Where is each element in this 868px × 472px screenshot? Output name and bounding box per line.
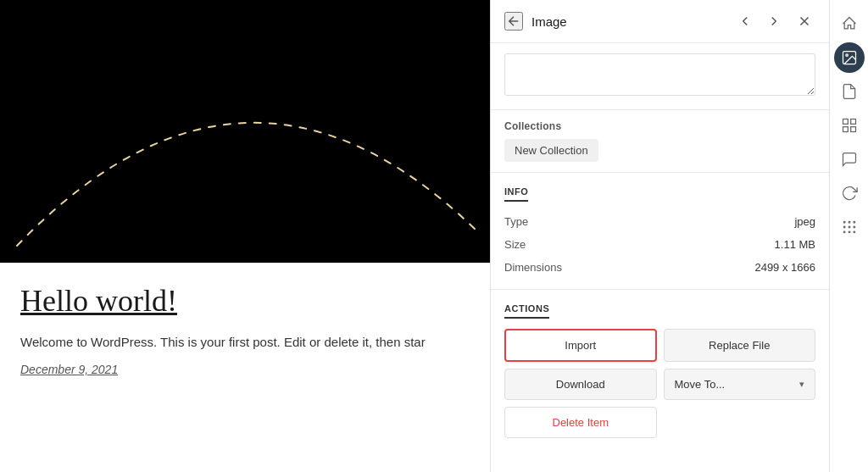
- actions-title: ACTIONS: [504, 303, 549, 319]
- size-value: 1.11 MB: [775, 238, 815, 251]
- left-panel: Hello world! Welcome to WordPress. This …: [0, 0, 490, 472]
- info-type-row: Type jpeg: [504, 210, 815, 233]
- post-title[interactable]: Hello world!: [20, 283, 470, 319]
- refresh-icon-btn[interactable]: [834, 178, 865, 208]
- chevron-down-icon: ▾: [799, 379, 804, 390]
- svg-point-14: [854, 231, 855, 233]
- image-icon-btn[interactable]: [834, 42, 865, 73]
- delete-item-button[interactable]: Delete Item: [504, 407, 657, 438]
- svg-point-7: [849, 221, 850, 223]
- next-button[interactable]: [763, 12, 785, 31]
- dimensions-value: 2499 x 1666: [754, 261, 815, 274]
- gallery-icon-btn[interactable]: [834, 110, 865, 141]
- sidebar-icons: [829, 0, 868, 472]
- svg-rect-2: [843, 119, 848, 125]
- new-collection-chip[interactable]: New Collection: [504, 139, 598, 162]
- panel-header: Image: [491, 0, 829, 43]
- panel-title: Image: [531, 14, 726, 29]
- panel-content: Image: [491, 0, 829, 472]
- grid-icon-btn[interactable]: [834, 212, 865, 242]
- size-label: Size: [504, 238, 526, 251]
- svg-point-13: [849, 231, 850, 233]
- svg-point-11: [854, 226, 855, 228]
- svg-point-10: [849, 226, 850, 228]
- prev-button[interactable]: [734, 12, 756, 31]
- post-excerpt: Welcome to WordPress. This is your first…: [20, 332, 470, 353]
- info-title: INFO: [504, 186, 528, 202]
- info-dimensions-row: Dimensions 2499 x 1666: [504, 256, 815, 279]
- svg-point-12: [843, 231, 845, 233]
- move-to-button[interactable]: Move To... ▾: [664, 369, 816, 400]
- info-size-row: Size 1.11 MB: [504, 233, 815, 256]
- info-section: INFO Type jpeg Size 1.11 MB Dimensions 2…: [491, 173, 829, 290]
- svg-rect-4: [843, 127, 848, 132]
- svg-rect-5: [850, 127, 855, 132]
- comment-icon-btn[interactable]: [834, 144, 865, 175]
- post-date: December 9, 2021: [20, 363, 470, 376]
- back-button[interactable]: [504, 12, 523, 31]
- type-value: jpeg: [794, 215, 815, 228]
- import-button[interactable]: Import: [504, 329, 657, 362]
- panel-nav: [734, 12, 785, 31]
- close-button[interactable]: [793, 12, 815, 31]
- file-icon-btn[interactable]: [834, 76, 865, 107]
- post-image: [0, 0, 490, 263]
- text-area-section: [491, 43, 829, 110]
- move-to-label: Move To...: [675, 378, 726, 391]
- caption-textarea[interactable]: [504, 53, 815, 96]
- post-content: Hello world! Welcome to WordPress. This …: [0, 263, 490, 472]
- svg-point-6: [843, 221, 845, 223]
- svg-rect-3: [850, 119, 855, 125]
- replace-file-button[interactable]: Replace File: [664, 329, 816, 362]
- home-icon-btn[interactable]: [834, 8, 865, 39]
- actions-section: ACTIONS Import Replace File Download Mov…: [491, 290, 829, 448]
- collections-label: Collections: [504, 120, 815, 132]
- svg-point-8: [854, 221, 855, 223]
- svg-point-1: [845, 54, 848, 57]
- right-panel: Image: [490, 0, 868, 472]
- svg-point-9: [843, 226, 845, 228]
- dimensions-label: Dimensions: [504, 261, 562, 274]
- type-label: Type: [504, 215, 528, 228]
- actions-grid: Import Replace File Download Move To... …: [504, 329, 815, 438]
- collections-section: Collections New Collection: [491, 110, 829, 173]
- download-button[interactable]: Download: [504, 369, 657, 400]
